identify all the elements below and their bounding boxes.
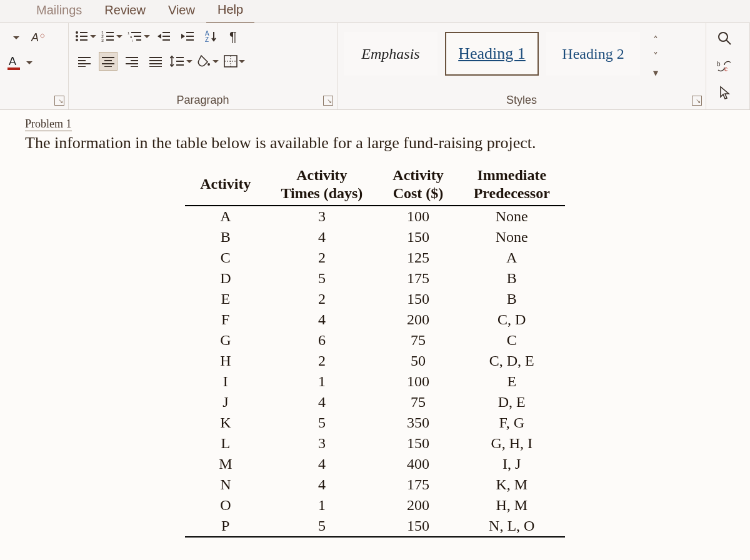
styles-scroll-up-icon[interactable]: ˄ [650, 34, 661, 46]
decrease-indent-icon[interactable] [155, 27, 174, 46]
align-center-icon[interactable] [99, 52, 118, 71]
svg-rect-45 [149, 57, 162, 58]
table-row: L3150G, H, I [185, 433, 565, 454]
tab-help[interactable]: Help [206, 0, 254, 23]
table-cell: 350 [378, 412, 458, 433]
table-cell: D [185, 268, 266, 289]
table-row: D5175B [185, 268, 565, 289]
shading-icon[interactable] [198, 52, 219, 71]
style-heading1[interactable]: Heading 1 [445, 32, 539, 76]
svg-rect-34 [78, 60, 86, 61]
select-icon[interactable] [712, 83, 738, 104]
svg-rect-50 [176, 61, 184, 62]
table-cell: C [185, 248, 266, 268]
table-row: A3100None [185, 206, 565, 227]
style-emphasis[interactable]: Emphasis [344, 32, 438, 76]
table-cell: E [459, 371, 565, 392]
table-row: N4175K, M [185, 474, 565, 495]
table-cell: K, M [459, 474, 565, 495]
numbering-icon[interactable]: 123 [101, 27, 122, 46]
table-cell: C [459, 330, 565, 351]
table-row: B4150None [185, 227, 565, 248]
table-row: J475D, E [185, 392, 565, 412]
svg-marker-22 [158, 34, 161, 39]
svg-line-57 [726, 40, 731, 44]
svg-rect-9 [80, 39, 88, 41]
table-cell: 1 [266, 371, 378, 392]
find-icon[interactable] [712, 28, 738, 49]
clear-formatting-icon[interactable]: A◇ [30, 28, 49, 47]
table-row: H250C, D, E [185, 351, 565, 371]
table-cell: 150 [378, 516, 458, 537]
svg-rect-35 [78, 63, 91, 64]
paragraph-group: 123 1ai AZ ¶ [69, 23, 338, 109]
increase-indent-icon[interactable] [179, 27, 198, 46]
table-cell: 2 [266, 248, 378, 268]
show-paragraph-marks-icon[interactable]: ¶ [226, 27, 245, 46]
svg-text:1: 1 [101, 31, 104, 35]
styles-scroll: ˄ ˅ ▾ [648, 32, 661, 81]
borders-icon[interactable] [224, 52, 245, 71]
ribbon-toolbar: A◇ A ↘ 123 1ai [0, 22, 750, 110]
replace-icon[interactable]: bc [712, 56, 738, 77]
table-cell: O [185, 495, 266, 516]
styles-scroll-down-icon[interactable]: ˅ [650, 51, 661, 62]
table-row: C2125A [185, 248, 565, 268]
svg-text:¶: ¶ [229, 29, 237, 44]
table-cell: N [185, 474, 266, 495]
svg-rect-11 [106, 32, 114, 33]
table-cell: 75 [378, 330, 458, 351]
font-dialog-launcher[interactable]: ↘ [54, 96, 64, 106]
table-cell: None [459, 206, 565, 227]
table-cell: E [185, 289, 266, 309]
align-right-icon[interactable] [122, 52, 141, 71]
styles-group-label: Styles [506, 94, 537, 107]
style-heading2[interactable]: Heading 2 [546, 32, 640, 76]
table-cell: 100 [378, 371, 458, 392]
chevron-down-icon[interactable] [6, 28, 25, 47]
bullets-icon[interactable] [75, 27, 96, 46]
table-row: K5350F, G [185, 412, 565, 433]
tab-mailings[interactable]: Mailings [25, 1, 93, 22]
svg-rect-7 [80, 36, 88, 37]
tab-view[interactable]: View [157, 1, 206, 22]
multilevel-list-icon[interactable]: 1ai [128, 27, 150, 46]
table-cell: 100 [378, 206, 458, 227]
svg-text:Z: Z [205, 36, 209, 43]
tab-review[interactable]: Review [93, 1, 157, 22]
styles-dialog-launcher[interactable]: ↘ [692, 96, 702, 106]
paragraph-group-label: Paragraph [176, 94, 229, 107]
align-left-icon[interactable] [75, 52, 94, 71]
line-spacing-icon[interactable] [170, 52, 192, 71]
sort-icon[interactable]: AZ [202, 27, 221, 46]
svg-rect-3 [8, 68, 20, 70]
svg-rect-41 [126, 57, 138, 58]
table-cell: 4 [266, 454, 378, 474]
table-row: E2150B [185, 289, 565, 309]
paragraph-dialog-launcher[interactable]: ↘ [323, 96, 333, 106]
styles-expand-icon[interactable]: ▾ [650, 67, 661, 78]
table-cell: 2 [266, 351, 378, 371]
svg-rect-27 [186, 32, 194, 33]
table-cell: A [185, 206, 266, 227]
svg-text:1: 1 [128, 31, 130, 35]
justify-icon[interactable] [146, 52, 165, 71]
table-cell: 150 [378, 433, 458, 454]
svg-rect-39 [102, 63, 114, 64]
table-cell: H, M [459, 495, 565, 516]
document-area: Problem 1 The information in the table b… [0, 110, 750, 560]
table-cell: C, D, E [459, 351, 565, 371]
svg-text:◇: ◇ [40, 32, 45, 39]
table-cell: 50 [378, 351, 458, 371]
activities-table: Activity ActivityTimes (days) ActivityCo… [185, 164, 565, 538]
table-row: O1200H, M [185, 495, 565, 516]
table-cell: 200 [378, 309, 458, 330]
table-cell: 5 [266, 412, 378, 433]
menu-bar: Mailings Review View Help [0, 0, 750, 22]
svg-rect-40 [104, 66, 112, 67]
table-cell: 6 [266, 330, 378, 351]
table-cell: L [185, 433, 266, 454]
font-color-icon[interactable]: A [6, 53, 32, 72]
svg-text:A: A [205, 30, 209, 37]
table-cell: 175 [378, 474, 458, 495]
